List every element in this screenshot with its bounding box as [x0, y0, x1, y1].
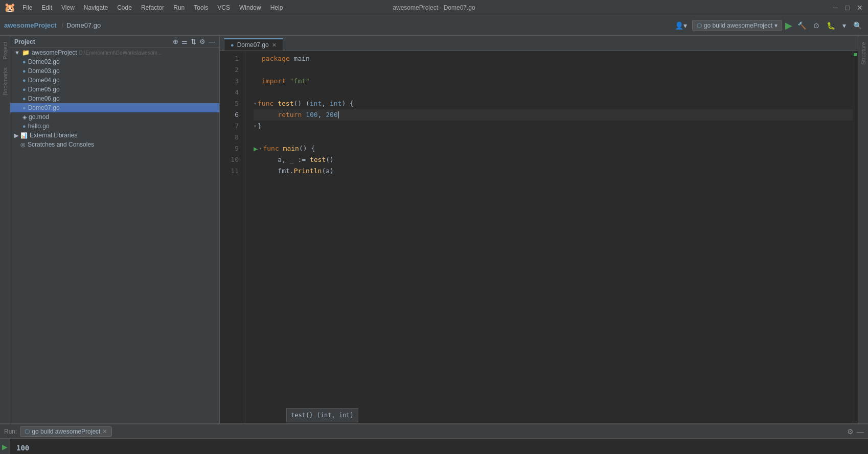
- close-button[interactable]: ✕: [856, 4, 864, 12]
- panel-title: Project: [14, 38, 170, 45]
- menu-vcs[interactable]: VCS: [213, 3, 234, 12]
- tree-item-dome05[interactable]: ● Dome05.go: [10, 85, 219, 94]
- tab-close-button[interactable]: ✕: [272, 42, 277, 49]
- line-num-3: 3: [220, 76, 239, 87]
- tab-label: Dome07.go: [237, 41, 269, 49]
- text-cursor: [338, 111, 339, 118]
- run-hide-icon[interactable]: —: [857, 427, 864, 436]
- fold-icon-9[interactable]: ▾: [259, 143, 262, 154]
- toolbar: awesomeProject / Dome07.go 👤▾ ⬡ go build…: [0, 15, 868, 36]
- tree-item-dome06[interactable]: ● Dome06.go: [10, 94, 219, 103]
- debug-icon[interactable]: 🐛: [825, 20, 837, 31]
- menu-navigate[interactable]: Navigate: [80, 3, 112, 12]
- right-gutter: [853, 51, 858, 423]
- bookmarks-sidebar-icon[interactable]: Bookmarks: [1, 65, 9, 98]
- code-line-6: return 100 , 200: [254, 109, 853, 121]
- menu-view[interactable]: View: [57, 3, 79, 12]
- tree-item-dome07[interactable]: ● Dome07.go: [10, 103, 219, 112]
- line-num-2: 2: [220, 64, 239, 76]
- menu-refactor[interactable]: Refactor: [137, 3, 168, 12]
- tree-external-libraries[interactable]: ▶ 📊 External Libraries: [10, 131, 219, 140]
- go-file-icon-2: ●: [22, 68, 26, 74]
- menu-tools[interactable]: Tools: [190, 3, 212, 12]
- coverage-icon[interactable]: ⊙: [811, 20, 821, 31]
- collapse-all-icon[interactable]: ⚌: [181, 38, 188, 45]
- scratches-label: Scratches and Consoles: [28, 141, 94, 148]
- tree-item-dome07-label: Dome07.go: [28, 104, 60, 111]
- menu-file[interactable]: File: [18, 3, 36, 12]
- code-line-4: [254, 87, 853, 98]
- line-num-5: 5: [220, 98, 239, 109]
- add-icon[interactable]: ⊕: [173, 38, 178, 45]
- editor-tab-dome07[interactable]: ● Dome07.go ✕: [224, 38, 283, 51]
- tree-item-dome02[interactable]: ● Dome02.go: [10, 57, 219, 66]
- tree-item-hello-label: hello.go: [28, 123, 50, 130]
- menu-code[interactable]: Code: [113, 3, 136, 12]
- tree-item-dome04[interactable]: ● Dome04.go: [10, 76, 219, 85]
- code-tooltip: test() (int, int): [286, 408, 358, 422]
- kw-return: return: [278, 109, 302, 121]
- run-left-icons: ▶ 🔧 ⊡ 🗑: [0, 439, 10, 454]
- tree-root[interactable]: ▼ 📁 awesomeProject D:\Environment\GoWork…: [10, 48, 219, 57]
- code-editor[interactable]: 1 2 3 4 5 6 7 8 9 10 11 package main: [220, 51, 858, 423]
- run-play-button[interactable]: ▶: [2, 443, 8, 451]
- app-icon: 🐹: [4, 2, 15, 13]
- code-line-1: package main: [254, 53, 853, 64]
- kw-func-2: func: [263, 143, 279, 154]
- menu-window[interactable]: Window: [235, 3, 265, 12]
- tree-item-dome03[interactable]: ● Dome03.go: [10, 66, 219, 76]
- run-tab-label: go build awesomeProject: [32, 428, 100, 435]
- fold-icon-5[interactable]: ▾: [254, 98, 257, 109]
- line-num-10: 10: [220, 154, 239, 165]
- run-tab-close[interactable]: ✕: [102, 428, 107, 435]
- fn-test: test: [278, 98, 293, 109]
- tree-item-gomod-label: go.mod: [29, 113, 49, 121]
- minimize-button[interactable]: ─: [831, 4, 839, 12]
- toolbar-separator: /: [62, 22, 63, 29]
- maximize-button[interactable]: □: [843, 4, 852, 12]
- go-file-icon-4: ●: [22, 86, 26, 92]
- tree-item-dome02-label: Dome02.go: [28, 58, 60, 65]
- line-num-6: 6: [220, 109, 239, 121]
- project-panel-header: Project ⊕ ⚌ ⇅ ⚙ —: [10, 36, 219, 48]
- menu-edit[interactable]: Edit: [37, 3, 56, 12]
- tree-item-gomod[interactable]: ◈ go.mod: [10, 112, 219, 122]
- user-icon[interactable]: 👤▾: [673, 20, 689, 31]
- run-output-line-1: 100: [16, 443, 862, 453]
- kw-import: import: [262, 76, 286, 87]
- run-button[interactable]: ▶: [785, 20, 792, 31]
- sort-icon[interactable]: ⇅: [191, 38, 196, 45]
- code-line-2: [254, 64, 853, 76]
- editor-area: ● Dome07.go ✕ 1 2 3 4 5 6 7 8 9 10 11: [220, 36, 858, 423]
- run-config-selector[interactable]: ⬡ go build awesomeProject ▾: [692, 20, 782, 31]
- menu-run[interactable]: Run: [169, 3, 189, 12]
- run-label: Run:: [4, 428, 17, 435]
- run-config-tab[interactable]: ⬡ go build awesomeProject ✕: [20, 426, 112, 437]
- scratches-icon: ◎: [20, 141, 26, 148]
- toolbar-project-name[interactable]: awesomeProject: [4, 21, 57, 29]
- folder-icon: 📁: [22, 49, 30, 56]
- fold-icon-7[interactable]: ▾: [254, 121, 257, 132]
- window-controls: ─ □ ✕: [831, 4, 864, 12]
- search-icon[interactable]: 🔍: [851, 20, 864, 31]
- line-num-1: 1: [220, 53, 239, 64]
- run-config-dropdown-icon: ▾: [774, 22, 778, 29]
- left-sidebar-icons: Project Bookmarks: [0, 36, 10, 423]
- menu-help[interactable]: Help: [266, 3, 287, 12]
- go-file-icon-3: ●: [22, 77, 26, 83]
- code-content[interactable]: package main import "fmt" ▾ func: [245, 51, 853, 423]
- settings-icon[interactable]: ⚙: [199, 38, 205, 45]
- project-panel: Project ⊕ ⚌ ⇅ ⚙ — ▼ 📁 awesomeProject D:\…: [10, 36, 220, 423]
- build-icon[interactable]: 🔨: [795, 20, 808, 31]
- line-num-8: 8: [220, 132, 239, 143]
- more-run-icon[interactable]: ▾: [840, 20, 848, 31]
- hide-icon[interactable]: —: [209, 38, 215, 45]
- tree-scratches[interactable]: ◎ Scratches and Consoles: [10, 140, 219, 149]
- tree-item-hello[interactable]: ● hello.go: [10, 122, 219, 131]
- run-config-icon: ⬡: [697, 22, 702, 29]
- run-gutter-9[interactable]: ▶: [254, 143, 258, 154]
- tree-root-path: D:\Environment\GoWorks\awesom...: [79, 50, 162, 56]
- run-settings-icon[interactable]: ⚙: [847, 427, 854, 436]
- structure-sidebar-icon[interactable]: Structure: [859, 40, 867, 67]
- project-sidebar-icon[interactable]: Project: [1, 40, 9, 61]
